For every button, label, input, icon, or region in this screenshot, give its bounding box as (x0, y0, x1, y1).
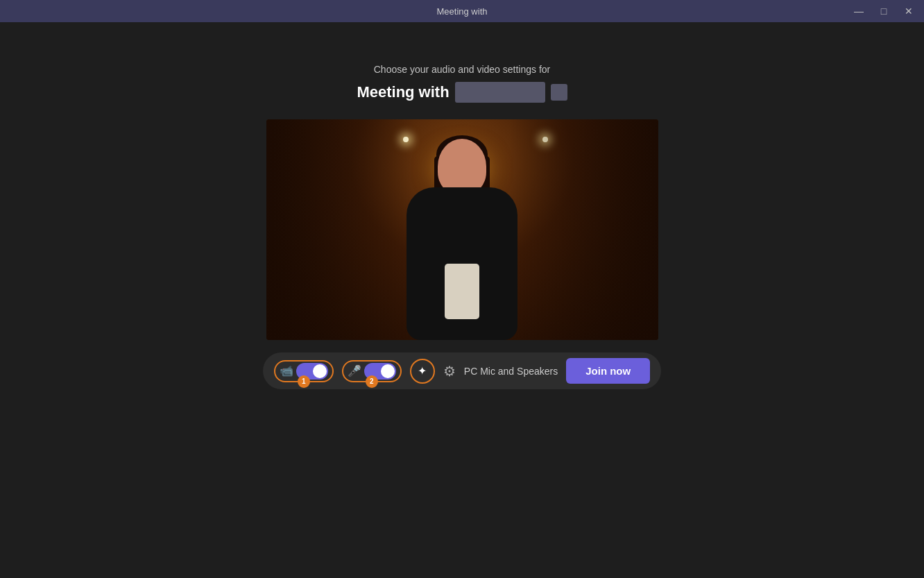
controls-bar: 📹 1 🎤 2 ✦ ⚙ PC Mic and Speakers (263, 352, 661, 389)
video-canvas (266, 119, 658, 340)
mic-toggle-knob (381, 364, 395, 378)
person-figure (393, 139, 531, 340)
bookshelf-right (509, 119, 658, 340)
window-controls: — □ ✕ (852, 4, 916, 18)
camera-toggle-knob (313, 364, 327, 378)
video-preview (266, 119, 658, 340)
audio-device-label: PC Mic and Speakers (464, 366, 558, 377)
meeting-title-row: Meeting with (357, 82, 567, 103)
minimize-button[interactable]: — (852, 4, 866, 18)
mic-group: 🎤 2 (342, 360, 402, 382)
meeting-name-redacted (455, 82, 545, 103)
camera-icon: 📹 (280, 364, 293, 377)
mic-icon-button[interactable]: 🎤 (348, 364, 361, 377)
person-body (407, 187, 517, 340)
window-title: Meeting with (437, 6, 488, 17)
audio-settings-button[interactable]: ⚙ (443, 363, 456, 380)
meeting-title-arrow (551, 84, 567, 101)
effects-badge: 2 (366, 375, 378, 388)
person-shirt (445, 264, 479, 319)
person-head (438, 139, 486, 194)
restore-button[interactable]: □ (877, 4, 891, 18)
close-button[interactable]: ✕ (902, 4, 916, 18)
settings-subtitle: Choose your audio and video settings for (374, 64, 551, 75)
effects-icon: ✦ (418, 364, 427, 377)
microphone-icon: 🎤 (348, 364, 361, 377)
camera-group: 📹 1 (274, 360, 334, 382)
effects-button[interactable]: ✦ (410, 359, 435, 384)
title-bar: Meeting with — □ ✕ (0, 0, 924, 22)
meeting-title: Meeting with (357, 83, 449, 101)
camera-badge: 1 (298, 375, 310, 388)
join-now-button[interactable]: Join now (566, 358, 650, 384)
camera-icon-button[interactable]: 📹 (280, 364, 293, 377)
main-content: Choose your audio and video settings for… (0, 22, 924, 578)
